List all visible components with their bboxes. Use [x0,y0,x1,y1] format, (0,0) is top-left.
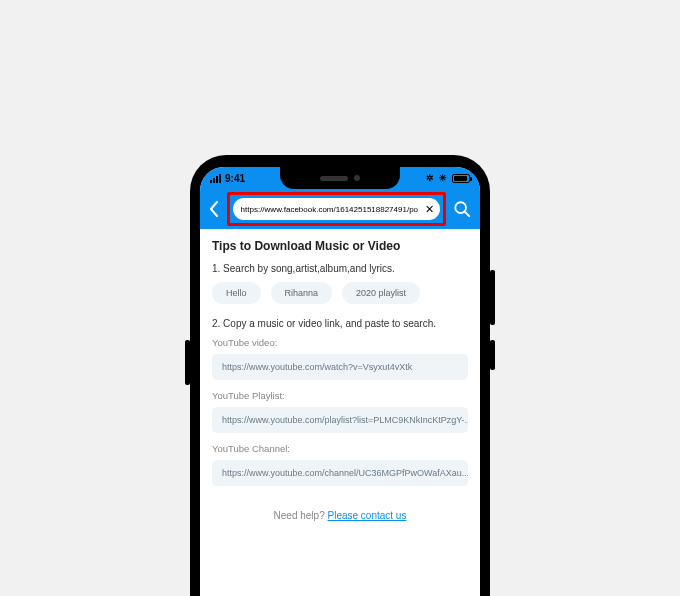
contact-link[interactable]: Please contact us [328,510,407,521]
step-text: 1. Search by song,artist,album,and lyric… [212,263,468,274]
wifi-icon: ✳ [439,173,447,183]
status-time: 9:41 [225,173,245,184]
suggestion-chips: Hello Rihanna 2020 playlist [212,282,468,304]
example-link-box[interactable]: https://www.youtube.com/channel/UC36MGPf… [212,460,468,486]
close-icon: ✕ [425,204,434,215]
address-bar-text: https://www.facebook.com/161425151882749… [241,205,418,214]
bluetooth-icon: ✲ [426,173,434,183]
content-area: Tips to Download Music or Video 1. Searc… [200,229,480,541]
address-bar[interactable]: https://www.facebook.com/161425151882749… [233,198,440,220]
clear-button[interactable]: ✕ [422,202,436,216]
suggestion-chip[interactable]: Rihanna [271,282,333,304]
suggestion-chip[interactable]: Hello [212,282,261,304]
svg-line-1 [465,212,470,217]
camera-icon [354,175,360,181]
section-label: YouTube Channel: [212,443,468,454]
section-label: YouTube Playlist: [212,390,468,401]
section-label: YouTube video: [212,337,468,348]
chevron-left-icon [209,201,219,217]
example-link-box[interactable]: https://www.youtube.com/playlist?list=PL… [212,407,468,433]
help-text: Need help? Please contact us [212,510,468,521]
battery-icon [452,174,470,183]
search-icon [453,200,471,218]
suggestion-chip[interactable]: 2020 playlist [342,282,420,304]
page-title: Tips to Download Music or Video [212,239,468,253]
signal-icon [210,174,221,183]
phone-frame: 9:41 ✲ ✳ https://www.facebook.com/161425… [190,155,490,596]
phone-side-button [490,340,495,370]
example-link-box[interactable]: https://www.youtube.com/watch?v=Vsyxut4v… [212,354,468,380]
url-highlight-box: https://www.facebook.com/161425151882749… [227,192,446,226]
phone-notch [280,167,400,189]
phone-screen: 9:41 ✲ ✳ https://www.facebook.com/161425… [200,167,480,596]
speaker-icon [320,176,348,181]
search-button[interactable] [450,196,474,222]
phone-side-button [490,270,495,325]
step-text: 2. Copy a music or video link, and paste… [212,318,468,329]
phone-side-button [185,340,190,385]
nav-bar: https://www.facebook.com/161425151882749… [200,189,480,229]
back-button[interactable] [206,195,223,223]
help-prefix: Need help? [274,510,328,521]
